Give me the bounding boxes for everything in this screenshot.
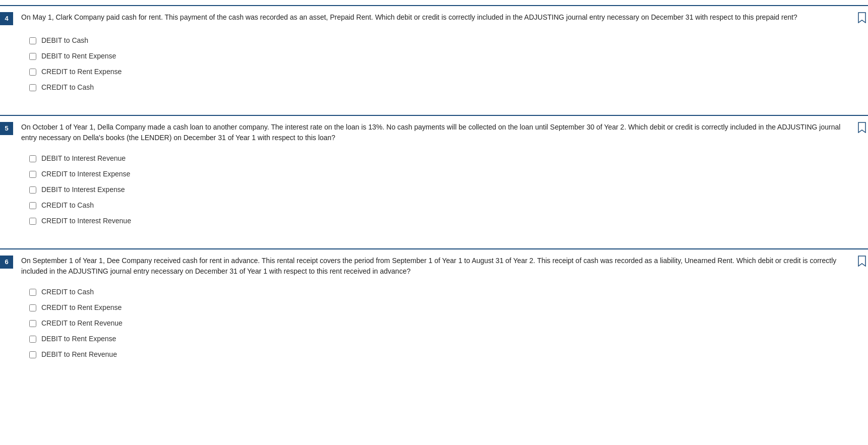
option-item-q4_opt4[interactable]: CREDIT to Cash	[29, 82, 868, 93]
question-block-4: 4On May 1, Clark Company paid cash for r…	[0, 5, 868, 110]
question-header-4: 4On May 1, Clark Company paid cash for r…	[0, 6, 868, 31]
question-block-5: 5On October 1 of Year 1, Della Company m…	[0, 115, 868, 243]
option-label-q4_opt3[interactable]: CREDIT to Rent Expense	[41, 67, 122, 77]
checkbox-q5_opt5[interactable]	[29, 218, 36, 225]
checkbox-q4_opt2[interactable]	[29, 53, 36, 60]
page-container: 4On May 1, Clark Company paid cash for r…	[0, 0, 868, 387]
option-label-q6_opt1[interactable]: CREDIT to Cash	[41, 287, 94, 297]
question-header-5: 5On October 1 of Year 1, Della Company m…	[0, 116, 868, 149]
question-header-6: 6On September 1 of Year 1, Dee Company r…	[0, 249, 868, 283]
option-item-q5_opt1[interactable]: DEBIT to Interest Revenue	[29, 153, 868, 164]
question-text-5: On October 1 of Year 1, Della Company ma…	[21, 122, 860, 143]
question-number-5: 5	[0, 122, 13, 135]
checkbox-q4_opt1[interactable]	[29, 37, 36, 44]
checkbox-q6_opt2[interactable]	[29, 304, 36, 311]
option-label-q5_opt4[interactable]: CREDIT to Cash	[41, 200, 94, 211]
checkbox-q6_opt3[interactable]	[29, 320, 36, 327]
checkbox-q5_opt1[interactable]	[29, 155, 36, 162]
option-item-q5_opt4[interactable]: CREDIT to Cash	[29, 200, 868, 211]
checkbox-q6_opt5[interactable]	[29, 351, 36, 358]
option-label-q5_opt2[interactable]: CREDIT to Interest Expense	[41, 169, 130, 179]
options-container-5: DEBIT to Interest RevenueCREDIT to Inter…	[0, 149, 868, 243]
checkbox-q4_opt3[interactable]	[29, 69, 36, 76]
option-label-q4_opt1[interactable]: DEBIT to Cash	[41, 35, 88, 46]
option-label-q6_opt3[interactable]: CREDIT to Rent Revenue	[41, 318, 123, 329]
question-block-6: 6On September 1 of Year 1, Dee Company r…	[0, 248, 868, 377]
checkbox-q6_opt1[interactable]	[29, 289, 36, 296]
question-text-4: On May 1, Clark Company paid cash for re…	[21, 12, 860, 23]
option-label-q6_opt2[interactable]: CREDIT to Rent Expense	[41, 302, 122, 313]
option-item-q5_opt5[interactable]: CREDIT to Interest Revenue	[29, 216, 868, 226]
question-number-4: 4	[0, 12, 13, 25]
option-label-q6_opt5[interactable]: DEBIT to Rent Revenue	[41, 349, 117, 360]
option-item-q6_opt2[interactable]: CREDIT to Rent Expense	[29, 302, 868, 313]
question-number-6: 6	[0, 256, 13, 269]
bookmark-icon-6[interactable]	[858, 256, 868, 268]
option-item-q4_opt2[interactable]: DEBIT to Rent Expense	[29, 51, 868, 61]
checkbox-q5_opt3[interactable]	[29, 186, 36, 194]
option-item-q6_opt5[interactable]: DEBIT to Rent Revenue	[29, 349, 868, 360]
checkbox-q5_opt4[interactable]	[29, 202, 36, 209]
option-label-q4_opt2[interactable]: DEBIT to Rent Expense	[41, 51, 116, 61]
option-label-q4_opt4[interactable]: CREDIT to Cash	[41, 82, 94, 93]
checkbox-q6_opt4[interactable]	[29, 336, 36, 343]
option-label-q5_opt1[interactable]: DEBIT to Interest Revenue	[41, 153, 126, 164]
bookmark-icon-5[interactable]	[858, 122, 868, 134]
option-item-q6_opt4[interactable]: DEBIT to Rent Expense	[29, 334, 868, 344]
option-label-q6_opt4[interactable]: DEBIT to Rent Expense	[41, 334, 116, 344]
question-text-6: On September 1 of Year 1, Dee Company re…	[21, 256, 860, 277]
option-item-q5_opt3[interactable]: DEBIT to Interest Expense	[29, 184, 868, 195]
option-item-q4_opt3[interactable]: CREDIT to Rent Expense	[29, 67, 868, 77]
options-container-6: CREDIT to CashCREDIT to Rent ExpenseCRED…	[0, 283, 868, 377]
checkbox-q4_opt4[interactable]	[29, 84, 36, 91]
option-item-q6_opt1[interactable]: CREDIT to Cash	[29, 287, 868, 297]
option-label-q5_opt3[interactable]: DEBIT to Interest Expense	[41, 184, 125, 195]
options-container-4: DEBIT to CashDEBIT to Rent ExpenseCREDIT…	[0, 31, 868, 110]
bookmark-icon-4[interactable]	[858, 12, 868, 24]
option-item-q6_opt3[interactable]: CREDIT to Rent Revenue	[29, 318, 868, 329]
option-item-q5_opt2[interactable]: CREDIT to Interest Expense	[29, 169, 868, 179]
option-item-q4_opt1[interactable]: DEBIT to Cash	[29, 35, 868, 46]
option-label-q5_opt5[interactable]: CREDIT to Interest Revenue	[41, 216, 131, 226]
checkbox-q5_opt2[interactable]	[29, 171, 36, 178]
